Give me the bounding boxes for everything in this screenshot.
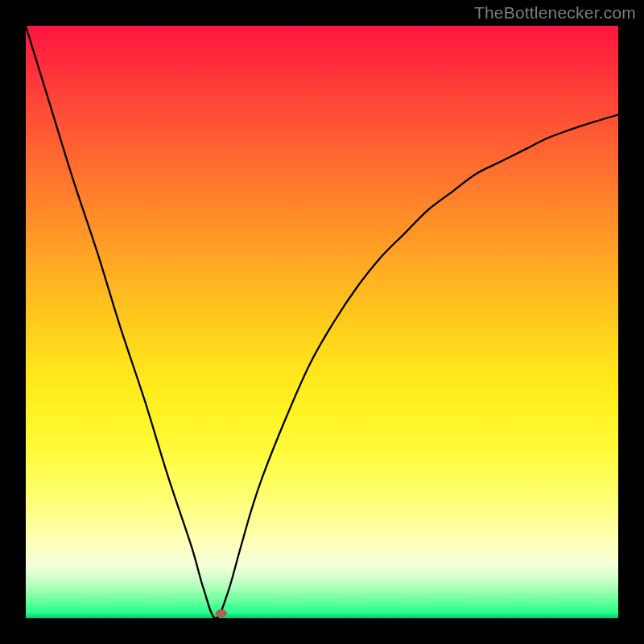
watermark-text: TheBottlenecker.com — [474, 3, 636, 23]
optimal-point-dot — [216, 609, 227, 617]
bottleneck-curve — [26, 26, 618, 618]
curve-layer — [26, 26, 618, 618]
chart-frame: TheBottlenecker.com — [0, 0, 644, 644]
plot-area — [26, 26, 618, 618]
